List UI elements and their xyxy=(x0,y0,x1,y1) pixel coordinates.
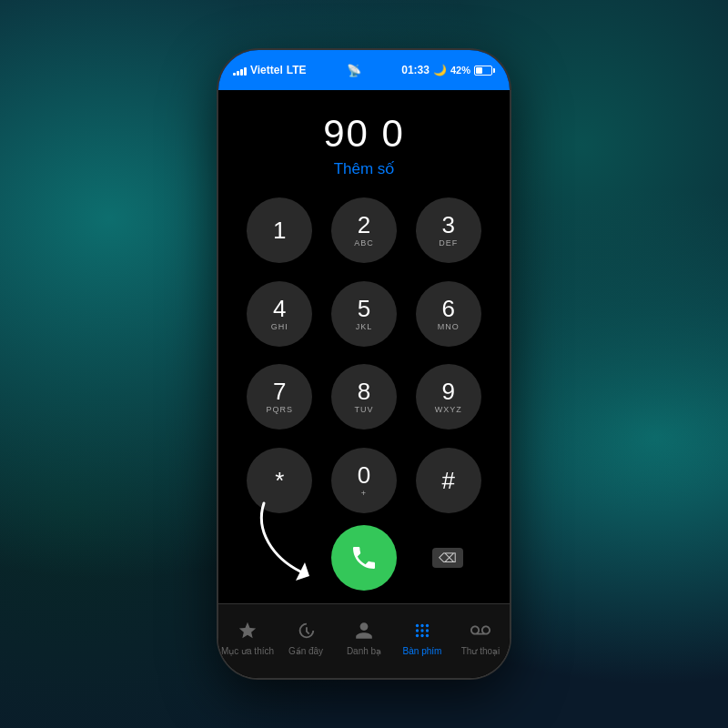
tab-label-recents: Gần đây xyxy=(288,647,323,656)
key-button-#[interactable]: # xyxy=(416,448,481,513)
tab-item-recents[interactable]: Gần đây xyxy=(277,604,335,665)
svg-point-8 xyxy=(420,634,423,637)
key-button-6[interactable]: 6MNO xyxy=(416,281,481,347)
svg-point-2 xyxy=(420,624,423,627)
key-button-1[interactable]: 1 xyxy=(247,197,312,263)
tab-icon-recents xyxy=(296,621,316,643)
moon-icon: 🌙 xyxy=(433,64,447,76)
key-button-9[interactable]: 9WXYZ xyxy=(416,364,481,430)
key-button-8[interactable]: 8TUV xyxy=(331,364,397,430)
svg-point-6 xyxy=(426,629,429,632)
key-button-0[interactable]: 0+ xyxy=(331,448,397,513)
key-button-*[interactable]: * xyxy=(247,448,312,513)
key-letters-5: JKL xyxy=(356,322,373,331)
status-left: Viettel LTE xyxy=(233,64,307,76)
tab-item-favorites[interactable]: Mục ưa thích xyxy=(218,604,277,665)
network-label: LTE xyxy=(287,64,307,76)
key-letters-9: WXYZ xyxy=(435,405,462,414)
svg-point-7 xyxy=(416,634,419,637)
svg-point-9 xyxy=(426,634,429,637)
key-button-2[interactable]: 2ABC xyxy=(331,197,397,263)
key-num-9: 9 xyxy=(441,379,454,403)
key-button-3[interactable]: 3DEF xyxy=(416,197,481,263)
keypad-grid: 12ABC3DEF4GHI5JKL6MNO7PQRS8TUV9WXYZ*0+# xyxy=(218,186,510,516)
tab-label-favorites: Mục ưa thích xyxy=(221,647,274,656)
svg-point-1 xyxy=(416,624,419,627)
key-num-8: 8 xyxy=(358,379,370,403)
key-letters-6: MNO xyxy=(438,322,460,331)
tab-bar: Mục ưa thíchGần đâyDanh bạBàn phímThư th… xyxy=(218,603,510,678)
key-letters-8: TUV xyxy=(354,405,373,414)
key-num-5: 5 xyxy=(358,297,370,320)
key-num-4: 4 xyxy=(273,297,286,320)
key-letters-4: GHI xyxy=(271,322,288,331)
key-num-7: 7 xyxy=(273,379,286,403)
delete-icon: ⌫ xyxy=(432,548,463,568)
add-number-button[interactable]: Thêm số xyxy=(218,159,510,178)
delete-button[interactable]: ⌫ xyxy=(430,540,466,576)
key-num-2: 2 xyxy=(358,213,370,237)
svg-point-3 xyxy=(426,624,429,627)
key-letters-3: DEF xyxy=(439,238,458,248)
key-num-3: 3 xyxy=(441,213,454,237)
number-display: 90 0 Thêm số xyxy=(218,90,510,186)
key-button-7[interactable]: 7PQRS xyxy=(247,364,312,430)
key-button-5[interactable]: 5JKL xyxy=(331,281,397,347)
tab-item-keypad[interactable]: Bàn phím xyxy=(393,604,451,665)
status-right: 01:33 🌙 42% xyxy=(401,64,495,76)
key-letters-0: + xyxy=(361,489,367,498)
key-num-0: 0 xyxy=(358,463,370,487)
action-row: ⌫ xyxy=(218,516,510,603)
status-bar: Viettel LTE 📡 01:33 🌙 42% xyxy=(218,50,510,90)
dialer-screen: 90 0 Thêm số 12ABC3DEF4GHI5JKL6MNO7PQRS8… xyxy=(218,90,510,678)
key-num-6: 6 xyxy=(441,297,454,320)
dialed-number: 90 0 xyxy=(218,112,510,156)
carrier-label: Viettel xyxy=(250,64,283,76)
tab-label-contacts: Danh bạ xyxy=(347,647,381,656)
key-letters-7: PQRS xyxy=(267,405,294,414)
time-label: 01:33 xyxy=(401,64,430,76)
tab-item-contacts[interactable]: Danh bạ xyxy=(335,604,393,665)
key-letters-2: ABC xyxy=(354,238,374,248)
signal-bars-icon xyxy=(233,65,247,76)
call-button[interactable] xyxy=(331,525,397,591)
key-button-4[interactable]: 4GHI xyxy=(247,281,312,347)
tab-icon-keypad xyxy=(412,621,432,643)
svg-marker-0 xyxy=(296,562,309,581)
tab-item-voicemail[interactable]: Thư thoại xyxy=(451,604,510,665)
tab-icon-contacts xyxy=(354,621,374,643)
battery-icon xyxy=(474,66,495,76)
key-num-#: # xyxy=(441,469,454,492)
key-num-1: 1 xyxy=(273,218,286,242)
phone-frame: Viettel LTE 📡 01:33 🌙 42% 90 0 Thêm số 1… xyxy=(218,50,510,678)
hotspot-icon: 📡 xyxy=(347,64,361,77)
key-num-*: * xyxy=(275,469,284,492)
svg-point-5 xyxy=(420,629,423,632)
tab-icon-voicemail xyxy=(470,621,490,643)
tab-icon-favorites xyxy=(238,621,258,643)
tab-label-voicemail: Thư thoại xyxy=(461,647,500,656)
svg-point-4 xyxy=(416,629,419,632)
tab-label-keypad: Bàn phím xyxy=(403,647,442,656)
battery-label: 42% xyxy=(450,65,470,76)
